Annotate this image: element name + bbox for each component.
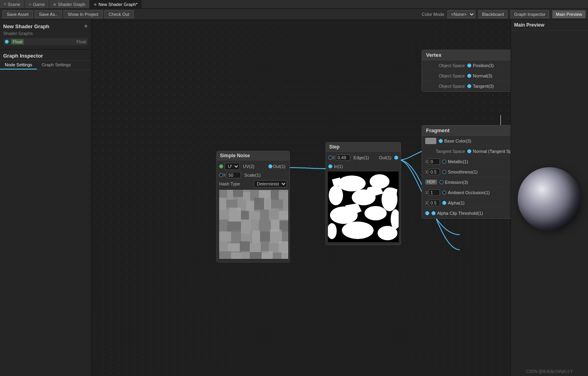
uv-dropdown[interactable]: UV0 (225, 163, 240, 170)
frag-normal-port-area: Normal (Tangent Space)(3) (467, 149, 511, 154)
step-in-port[interactable] (328, 164, 332, 168)
preview-sphere-area (511, 31, 588, 367)
svg-point-56 (329, 185, 343, 205)
step-node: Step X Edge(1) Out(1) In(1) (326, 142, 401, 245)
svg-rect-49 (250, 252, 262, 259)
simple-noise-out-port[interactable] (268, 164, 272, 168)
svg-rect-38 (282, 231, 288, 241)
svg-rect-48 (241, 251, 250, 259)
frag-ao-label: Ambient Occlusion(1) (448, 190, 490, 195)
svg-rect-11 (226, 200, 237, 208)
svg-rect-19 (229, 208, 241, 222)
graph-inspector-button[interactable]: Graph Inspector (511, 10, 549, 18)
hash-type-select[interactable]: Determinist (254, 180, 287, 187)
svg-rect-52 (281, 251, 288, 259)
svg-rect-51 (273, 253, 281, 259)
svg-rect-39 (219, 241, 228, 251)
save-as-button[interactable]: Save As.. (35, 10, 62, 18)
svg-rect-27 (241, 220, 251, 233)
noise-svg (219, 190, 288, 259)
color-mode-select[interactable]: <None> (447, 10, 475, 18)
show-in-project-button[interactable]: Show In Project (64, 10, 103, 18)
alpha-input[interactable] (429, 200, 440, 206)
preview-credit: CSDN @呆呆敲代码的小Y (511, 367, 588, 376)
new-shader-icon: ◈ (94, 2, 97, 6)
svg-point-62 (342, 222, 374, 239)
edge-in-port[interactable] (328, 156, 332, 160)
svg-rect-15 (264, 199, 271, 210)
simple-noise-body: UV0 UV(2) Out(1) X Scale(1) Hash Type (217, 160, 289, 262)
svg-point-54 (338, 175, 366, 191)
frag-basecolor-port[interactable] (439, 139, 443, 143)
frag-ao-port-area: Ambient Occlusion(1) (442, 190, 490, 195)
tab-graph-settings[interactable]: Graph Settings (37, 61, 75, 69)
tab-node-settings[interactable]: Node Settings (0, 61, 37, 69)
vertex-tangent-port[interactable] (467, 84, 471, 88)
svg-rect-28 (251, 220, 259, 231)
simple-noise-node: Simple Noise UV0 UV(2) Out(1) X (216, 151, 290, 262)
simple-noise-header: Simple Noise (217, 151, 289, 160)
scale-in-port[interactable] (219, 173, 223, 177)
tab-new-shader-graph[interactable]: ◈ New Shader Graph* (90, 0, 142, 8)
graph-inspector-title: Graph Inspector (0, 50, 91, 61)
step-out-port[interactable] (394, 156, 398, 160)
tab-shader-graph[interactable]: ◈ Shader Graph (49, 0, 90, 8)
graph-inspector-tabs: Node Settings Graph Settings (0, 61, 91, 70)
float-property-item[interactable]: Float Float (3, 38, 88, 45)
frag-normal-space: Tangent Space (425, 149, 465, 154)
svg-rect-23 (269, 208, 279, 220)
metallic-input[interactable] (429, 158, 440, 165)
shader-graph-icon: ◈ (53, 2, 56, 6)
frag-metallic-port-area: Metallic(1) (442, 159, 468, 164)
save-asset-button[interactable]: Save Asset (2, 10, 33, 18)
tab-scene[interactable]: # Scene (0, 0, 25, 8)
svg-rect-9 (279, 192, 288, 199)
step-edge-row: X Edge(1) Out(1) (326, 153, 401, 162)
float-dot (5, 40, 9, 44)
frag-alphaclip-port[interactable] (432, 211, 436, 215)
alpha-clip-filled-circle (425, 211, 429, 215)
frag-metallic-label: Metallic(1) (448, 159, 468, 164)
edge-label: Edge(1) (353, 155, 369, 160)
frag-emission-port[interactable] (440, 180, 443, 184)
main-preview-button[interactable]: Main Preview (552, 10, 586, 18)
vertex-normal-port-area: Normal(3) (467, 73, 492, 78)
vertex-normal-port[interactable] (467, 74, 471, 78)
main-preview-panel: Main Preview CSDN @呆呆敲代码的小Y (511, 20, 588, 376)
vertex-tangent-port-area: Tangent(3) (467, 84, 494, 89)
fragment-emission-row: HDR Emission(3) (422, 177, 511, 187)
frag-metallic-port[interactable] (442, 160, 446, 164)
svg-rect-21 (249, 212, 260, 220)
smoothness-input[interactable] (429, 169, 440, 175)
fragment-ao-row: X Ambient Occlusion(1) (422, 187, 511, 198)
canvas-area[interactable]: Simple Noise UV0 UV(2) Out(1) X (91, 20, 511, 376)
ao-input[interactable] (429, 189, 440, 196)
tab-game[interactable]: ∞ Game (25, 0, 49, 8)
frag-ao-port[interactable] (442, 191, 446, 195)
svg-rect-14 (254, 198, 264, 210)
vertex-tangent-row: Object Space Tangent(3) (422, 81, 511, 91)
svg-rect-37 (270, 229, 282, 243)
vertex-position-port[interactable] (467, 64, 471, 67)
svg-rect-8 (271, 190, 279, 200)
fragment-smoothness-row: X Smoothness(1) (422, 167, 511, 177)
blackboard-button[interactable]: Blackboard (478, 10, 507, 18)
frag-alphaclip-port-area: Alpha Clip Threshold(1) (432, 211, 483, 216)
base-color-swatch[interactable] (425, 138, 436, 144)
svg-rect-10 (219, 198, 226, 210)
add-property-button[interactable]: + (84, 23, 88, 29)
frag-alpha-port[interactable] (442, 201, 446, 205)
uv-in-port[interactable] (219, 164, 223, 168)
svg-rect-40 (228, 243, 240, 251)
frag-smoothness-port[interactable] (442, 170, 446, 174)
game-icon: ∞ (29, 2, 31, 6)
float-label: Float (11, 39, 24, 44)
frag-normal-port[interactable] (467, 149, 471, 153)
graph-inspector-panel: Graph Inspector Node Settings Graph Sett… (0, 50, 91, 376)
check-out-button[interactable]: Check Out (104, 10, 134, 18)
svg-rect-18 (219, 210, 229, 220)
scale-input[interactable] (227, 172, 241, 178)
edge-input[interactable] (336, 154, 350, 161)
step-preview (328, 172, 399, 242)
vertex-normal-label: Normal(3) (473, 73, 492, 78)
